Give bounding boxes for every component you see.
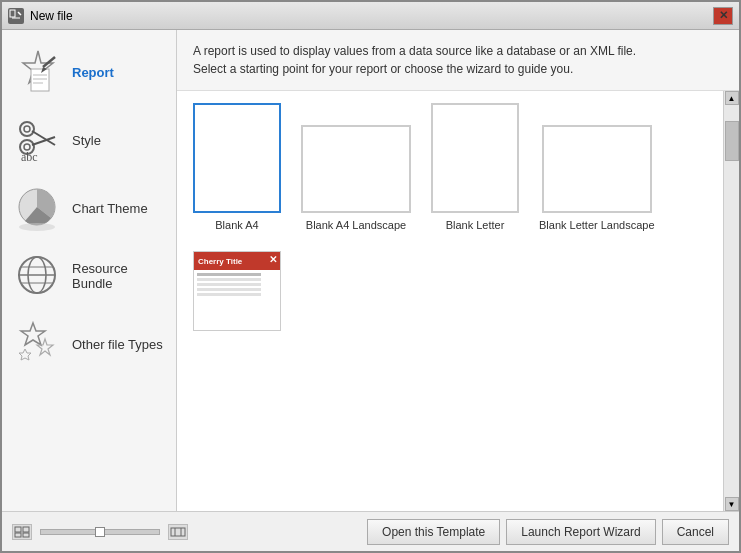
report-icon: [14, 48, 62, 96]
template-blank-a4-landscape[interactable]: Blank A4 Landscape: [301, 103, 411, 231]
template-blank-letter-landscape[interactable]: Blank Letter Landscape: [539, 103, 655, 231]
zoom-slider-thumb[interactable]: [95, 527, 105, 537]
blank-letter-thumb: [431, 103, 519, 213]
svg-rect-31: [171, 528, 185, 536]
templates-area[interactable]: Blank A4 Blank A4 Landscape Blank Letter: [177, 91, 723, 511]
cherry-line-4: [197, 288, 261, 291]
footer-buttons: Open this Template Launch Report Wizard …: [367, 519, 729, 545]
zoom-fit-icon[interactable]: [12, 524, 32, 540]
sidebar-resource-bundle-label: Resource Bundle: [72, 261, 164, 291]
svg-point-10: [20, 122, 34, 136]
cherry-thumb-header: Cherry Title ✕: [194, 252, 280, 270]
template-blank-letter[interactable]: Blank Letter: [431, 103, 519, 231]
sidebar-chart-theme-label: Chart Theme: [72, 201, 148, 216]
style-icon: abc: [14, 116, 62, 164]
zoom-actual-icon[interactable]: [168, 524, 188, 540]
blank-a4-thumb: [193, 103, 281, 213]
cherry-line-2: [197, 278, 261, 281]
templates-grid: Blank A4 Blank A4 Landscape Blank Letter: [193, 103, 707, 331]
sidebar-style-label: Style: [72, 133, 101, 148]
window-title: New file: [30, 9, 73, 23]
new-file-window: New file ✕: [0, 0, 741, 553]
title-bar-left: New file: [8, 8, 73, 24]
template-blank-a4[interactable]: Blank A4: [193, 103, 281, 231]
window-icon: [8, 8, 24, 24]
resource-bundle-icon: [14, 252, 62, 300]
open-template-button[interactable]: Open this Template: [367, 519, 500, 545]
svg-rect-0: [10, 10, 15, 17]
zoom-slider[interactable]: [40, 529, 160, 535]
svg-marker-26: [19, 349, 31, 360]
cherry-thumb-body: [194, 270, 280, 331]
blank-letter-landscape-thumb: [542, 125, 652, 213]
cherry-line-5: [197, 293, 261, 296]
launch-wizard-button[interactable]: Launch Report Wizard: [506, 519, 655, 545]
svg-rect-28: [23, 527, 29, 532]
blank-a4-label: Blank A4: [215, 219, 258, 231]
svg-line-2: [18, 12, 21, 15]
svg-rect-27: [15, 527, 21, 532]
scrollbar-track[interactable]: ▲ ▼: [723, 91, 739, 511]
title-bar: New file ✕: [2, 2, 739, 30]
svg-text:abc: abc: [21, 150, 38, 164]
svg-point-18: [19, 223, 55, 231]
sidebar-item-style[interactable]: abc Style: [2, 106, 176, 174]
cherry-thumb: Cherry Title ✕: [193, 251, 281, 331]
blank-letter-landscape-label: Blank Letter Landscape: [539, 219, 655, 231]
blank-a4-landscape-label: Blank A4 Landscape: [306, 219, 406, 231]
sidebar-item-resource-bundle[interactable]: Resource Bundle: [2, 242, 176, 310]
cherry-thumb-title: Cherry Title: [198, 257, 242, 266]
description-bar: A report is used to display values from …: [177, 30, 739, 91]
sidebar-item-other-file-types[interactable]: Other file Types: [2, 310, 176, 378]
scrollbar-thumb[interactable]: [725, 121, 739, 161]
scrollbar-down-arrow[interactable]: ▼: [725, 497, 739, 511]
sidebar-report-label: Report: [72, 65, 114, 80]
footer-left: [12, 524, 188, 540]
svg-point-11: [24, 126, 30, 132]
other-file-types-icon: [14, 320, 62, 368]
sidebar: Report abc: [2, 30, 177, 511]
close-button[interactable]: ✕: [713, 7, 733, 25]
cherry-thumb-x: ✕: [269, 254, 277, 265]
cherry-line-1: [197, 273, 261, 276]
cherry-line-3: [197, 283, 261, 286]
cancel-button[interactable]: Cancel: [662, 519, 729, 545]
svg-marker-24: [21, 323, 45, 345]
svg-rect-30: [23, 533, 29, 537]
template-cherry[interactable]: Cherry Title ✕: [193, 251, 281, 331]
chart-theme-icon: [14, 184, 62, 232]
footer: Open this Template Launch Report Wizard …: [2, 511, 739, 551]
main-content: A report is used to display values from …: [177, 30, 739, 511]
sidebar-item-chart-theme[interactable]: Chart Theme: [2, 174, 176, 242]
sidebar-other-file-types-label: Other file Types: [72, 337, 163, 352]
window-body: Report abc: [2, 30, 739, 511]
blank-a4-landscape-thumb: [301, 125, 411, 213]
scrollbar-up-arrow[interactable]: ▲: [725, 91, 739, 105]
svg-rect-4: [31, 69, 49, 91]
svg-rect-29: [15, 533, 21, 537]
sidebar-item-report[interactable]: Report: [2, 38, 176, 106]
description-text: A report is used to display values from …: [193, 44, 636, 76]
blank-letter-label: Blank Letter: [446, 219, 505, 231]
